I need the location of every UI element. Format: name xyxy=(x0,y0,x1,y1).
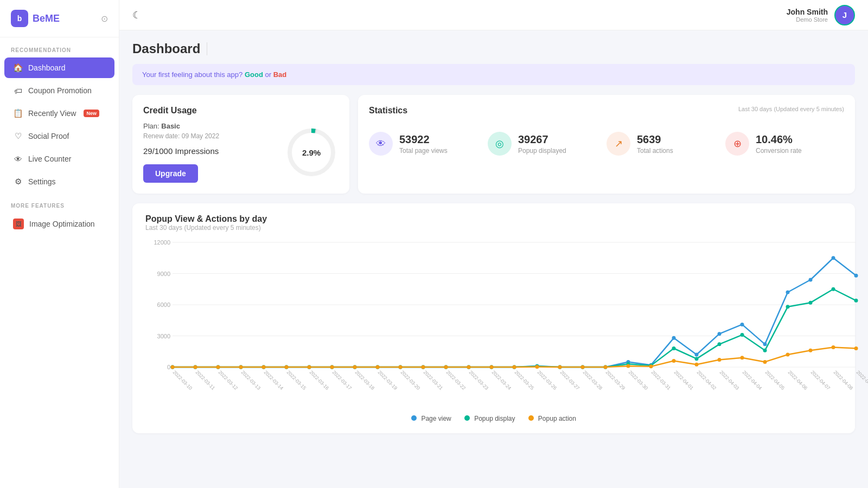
legend-popup-display: Popup display xyxy=(464,415,515,422)
credit-card-title: Credit Usage xyxy=(143,106,339,115)
avatar[interactable]: J xyxy=(834,5,855,25)
credit-impressions: 29/1000 Impressions xyxy=(143,146,273,156)
sidebar-item-settings[interactable]: ⚙ Settings xyxy=(4,171,114,192)
donut-label: 2.9% xyxy=(302,148,321,157)
credit-body: Plan: Basic Renew date: 09 May 2022 29/1… xyxy=(143,122,339,183)
popup-displayed-icon: ◎ xyxy=(488,132,512,156)
legend-popup-action: Popup action xyxy=(528,415,576,422)
total-actions-icon: ↗ xyxy=(607,132,630,156)
sidebar-item-label: Recently View xyxy=(28,109,76,118)
feedback-bad[interactable]: Bad xyxy=(273,70,287,79)
legend-popup-action-label: Popup action xyxy=(538,415,576,422)
conversion-rate-icon: ⊕ xyxy=(725,132,749,156)
plan-label: Plan: xyxy=(143,122,159,130)
sidebar-item-label: Social Proof xyxy=(28,132,69,140)
stat-conversion-text: 10.46% Conversion rate xyxy=(756,133,802,155)
recently-view-icon: 📋 xyxy=(13,108,23,118)
donut-chart: 2.9% xyxy=(284,125,339,179)
stat-page-views-text: 53922 Total page views xyxy=(399,133,448,155)
sidebar-item-label: Settings xyxy=(28,177,56,186)
legend-popup-display-label: Popup display xyxy=(474,415,515,422)
chart-card: Popup View & Actions by day Last 30 days… xyxy=(132,203,855,433)
gear-icon: ⚙ xyxy=(13,177,23,187)
logo-icon: b xyxy=(11,10,28,27)
sidebar-item-label: Image Optimization xyxy=(29,220,95,228)
feedback-text: Your first feeling about this app? xyxy=(142,70,242,79)
sidebar-item-coupon-promotion[interactable]: 🏷 Coupon Promotion xyxy=(4,80,114,101)
stat-page-views: 👁 53922 Total page views xyxy=(369,132,488,156)
live-counter-icon: 👁 xyxy=(13,154,23,164)
sidebar-item-label: Dashboard xyxy=(28,63,66,72)
plan-name: Basic xyxy=(161,122,180,130)
sidebar-item-live-counter[interactable]: 👁 Live Counter xyxy=(4,149,114,169)
home-icon: 🏠 xyxy=(13,63,23,73)
sidebar-item-recently-view[interactable]: 📋 Recently View New xyxy=(4,103,114,124)
stat-value: 5639 xyxy=(637,133,673,146)
stat-popup-displayed: ◎ 39267 Popup displayed xyxy=(488,132,607,156)
page-title: Dashboard xyxy=(132,41,200,56)
stat-label: Total page views xyxy=(399,147,448,155)
social-proof-icon: ♡ xyxy=(13,131,23,141)
page-header: Dashboard xyxy=(132,41,855,56)
stat-total-actions: ↗ 5639 Total actions xyxy=(607,132,725,156)
topbar: ☾ John Smith Demo Store J xyxy=(119,0,868,30)
sidebar-item-label: Live Counter xyxy=(28,155,71,163)
stat-popup-text: 39267 Popup displayed xyxy=(518,133,566,155)
credit-usage-card: Credit Usage Plan: Basic Renew date: 09 … xyxy=(132,95,349,194)
chart-legend: Page view Popup display Popup action xyxy=(145,415,842,422)
image-opt-icon: 🖼 xyxy=(13,219,24,229)
sidebar-item-image-optimization[interactable]: 🖼 Image Optimization xyxy=(4,213,114,235)
feedback-banner: Your first feeling about this app? Good … xyxy=(132,64,855,85)
chart-area xyxy=(145,237,842,410)
stat-value: 39267 xyxy=(518,133,566,146)
legend-dot-green xyxy=(464,415,470,421)
user-info: John Smith Demo Store xyxy=(787,8,828,23)
settings-icon[interactable]: ⊙ xyxy=(101,14,108,24)
coupon-icon: 🏷 xyxy=(13,86,23,95)
sidebar-logo: b BeME ⊙ xyxy=(0,0,119,37)
legend-dot-orange xyxy=(528,415,534,421)
sidebar-item-dashboard[interactable]: 🏠 Dashboard xyxy=(4,57,114,78)
stat-value: 53922 xyxy=(399,133,448,146)
stats-card: Statistics Last 30 days (Updated every 5… xyxy=(358,95,855,194)
stat-actions-text: 5639 Total actions xyxy=(637,133,673,155)
logo-name: BeME xyxy=(33,13,60,24)
title-divider xyxy=(207,42,207,55)
legend-page-view-label: Page view xyxy=(421,415,451,422)
legend-page-view: Page view xyxy=(411,415,451,422)
sidebar-item-label: Coupon Promotion xyxy=(28,86,92,95)
user-name: John Smith xyxy=(787,8,828,16)
page-views-icon: 👁 xyxy=(369,132,393,156)
feedback-good[interactable]: Good xyxy=(245,70,263,79)
sidebar-item-social-proof[interactable]: ♡ Social Proof xyxy=(4,126,114,146)
feedback-or: or xyxy=(265,70,273,79)
stat-label: Popup displayed xyxy=(518,147,566,155)
credit-plan: Plan: Basic xyxy=(143,122,273,130)
sidebar: b BeME ⊙ RECOMMENDATION 🏠 Dashboard 🏷 Co… xyxy=(0,0,119,488)
line-chart-canvas xyxy=(145,237,868,400)
chart-subtitle: Last 30 days (Updated every 5 minutes) xyxy=(145,224,842,232)
credit-info: Plan: Basic Renew date: 09 May 2022 29/1… xyxy=(143,122,273,183)
main-area: ☾ John Smith Demo Store J Dashboard Your… xyxy=(119,0,868,488)
new-badge: New xyxy=(84,110,99,117)
cards-row: Credit Usage Plan: Basic Renew date: 09 … xyxy=(132,95,855,194)
content: Dashboard Your first feeling about this … xyxy=(119,30,868,488)
dark-mode-icon[interactable]: ☾ xyxy=(132,9,141,21)
chart-title: Popup View & Actions by day xyxy=(145,214,842,224)
topbar-right: John Smith Demo Store J xyxy=(787,5,855,25)
more-features-label: MORE FEATURES xyxy=(0,193,119,212)
legend-dot-blue xyxy=(411,415,417,421)
stat-label: Conversion rate xyxy=(756,147,802,155)
stats-grid: 👁 53922 Total page views ◎ 39267 Popup d… xyxy=(369,132,844,156)
credit-renew: Renew date: 09 May 2022 xyxy=(143,132,273,140)
recommendation-label: RECOMMENDATION xyxy=(0,37,119,56)
user-store: Demo Store xyxy=(787,16,828,23)
stat-value: 10.46% xyxy=(756,133,802,146)
stat-label: Total actions xyxy=(637,147,673,155)
stats-updated: Last 30 days (Updated every 5 minutes) xyxy=(738,106,844,112)
stats-header: Statistics Last 30 days (Updated every 5… xyxy=(369,106,844,122)
stats-title: Statistics xyxy=(369,106,407,115)
stat-conversion-rate: ⊕ 10.46% Conversion rate xyxy=(725,132,844,156)
upgrade-button[interactable]: Upgrade xyxy=(143,164,198,183)
